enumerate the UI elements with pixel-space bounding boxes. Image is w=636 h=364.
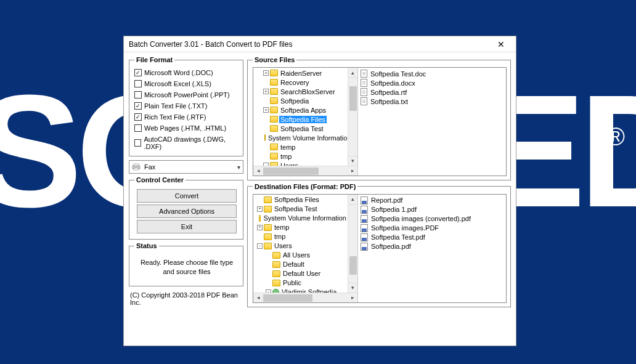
pdf-icon	[361, 196, 368, 204]
file-format-option[interactable]: Microsoft Excel (.XLS)	[134, 78, 239, 89]
exit-button[interactable]: Exit	[137, 220, 237, 233]
file-format-option[interactable]: ✓Microsoft Word (.DOC)	[134, 67, 239, 78]
scroll-left-icon[interactable]: ◂	[253, 293, 263, 302]
file-format-label: AutoCAD drawings (.DWG, .DXF)	[144, 135, 239, 150]
tree-item[interactable]: +SearchBloxServer	[253, 87, 348, 96]
scroll-right-icon[interactable]: ▸	[348, 166, 357, 176]
tree-item[interactable]: Softpedia Files	[253, 195, 348, 204]
scrollbar-vertical[interactable]: ▴ ▾	[348, 195, 357, 293]
scroll-right-icon[interactable]: ▸	[348, 293, 357, 302]
checkbox[interactable]	[134, 91, 142, 99]
destination-tree-pane[interactable]: Softpedia Files+Softpedia TestSystem Vol…	[253, 195, 358, 302]
file-item[interactable]: Softpedia Test.pdf	[361, 233, 504, 242]
file-item[interactable]: Softpedia.docx	[361, 78, 504, 87]
file-item[interactable]: Report.pdf	[361, 196, 504, 205]
scrollbar-thumb[interactable]	[263, 294, 312, 302]
file-item[interactable]: Softpedia.pdf	[361, 242, 504, 251]
collapse-icon[interactable]: -	[257, 243, 263, 249]
folder-icon	[270, 144, 278, 150]
file-name: Softpedia.txt	[370, 98, 408, 105]
expand-icon[interactable]: +	[257, 225, 263, 230]
scrollbar-horizontal[interactable]: ◂ ▸	[253, 166, 357, 176]
checkbox[interactable]: ✓	[134, 69, 142, 76]
scrollbar-thumb[interactable]	[349, 256, 357, 275]
file-format-label: Rich Text File (.RTF)	[144, 113, 206, 121]
tree-item-label: Softpedia Test	[273, 205, 319, 212]
document-icon	[361, 97, 367, 105]
checkbox[interactable]: ✓	[134, 113, 142, 121]
scroll-down-icon[interactable]: ▾	[348, 283, 357, 293]
file-format-label: Plain Text File (.TXT)	[144, 102, 208, 110]
file-format-option[interactable]: Microsoft PowerPoint (.PPT)	[134, 89, 239, 100]
file-format-option[interactable]: AutoCAD drawings (.DWG, .DXF)	[134, 134, 239, 152]
tree-item[interactable]: Recovery	[253, 78, 348, 87]
tree-item[interactable]: +Softpedia Test	[253, 204, 348, 214]
file-name: Report.pdf	[371, 196, 402, 204]
advanced-options-button[interactable]: Advanced Options	[137, 204, 237, 218]
file-item[interactable]: Softpedia.rtf	[361, 87, 504, 97]
file-item[interactable]: Softpedia.txt	[361, 97, 504, 106]
destination-file-list[interactable]: Report.pdfSoftpedia 1.pdfSoftpedia image…	[358, 195, 506, 302]
tree-item-label: All Users	[282, 251, 311, 259]
expand-icon[interactable]: +	[257, 206, 263, 212]
file-format-option[interactable]: ✓Plain Text File (.TXT)	[134, 100, 239, 111]
titlebar[interactable]: Batch Converter 3.01 - Batch Convert to …	[124, 36, 516, 52]
svg-rect-1	[134, 164, 139, 166]
checkbox[interactable]	[134, 124, 142, 132]
tree-item[interactable]: tmp	[253, 152, 348, 161]
expand-icon[interactable]: +	[263, 107, 269, 113]
source-tree-pane[interactable]: +RaidenServerRecovery+SearchBloxServerSo…	[253, 68, 358, 176]
scroll-down-icon[interactable]: ▾	[348, 156, 357, 166]
checkbox[interactable]	[134, 139, 141, 147]
scroll-up-icon[interactable]: ▴	[348, 195, 357, 204]
file-item[interactable]: Softpedia Test.doc	[361, 69, 504, 78]
scrollbar-thumb[interactable]	[349, 86, 357, 111]
file-item[interactable]: Softpedia 1.pdf	[361, 205, 504, 214]
tree-item[interactable]: System Volume Information	[253, 214, 348, 223]
close-icon[interactable]: ✕	[491, 38, 511, 51]
expand-icon[interactable]: +	[263, 89, 269, 94]
tree-item[interactable]: tmp	[253, 232, 348, 241]
tree-item[interactable]: +temp	[253, 223, 348, 232]
tree-item[interactable]: -Users	[253, 161, 348, 166]
tree-item[interactable]: Default User	[253, 269, 348, 278]
tree-item[interactable]: System Volume Information	[253, 133, 348, 142]
tree-item[interactable]: +RaidenServer	[253, 68, 348, 78]
tree-item[interactable]: temp	[253, 142, 348, 152]
printer-combo[interactable]: Fax ▾	[129, 160, 243, 174]
scroll-left-icon[interactable]: ◂	[253, 166, 263, 176]
checkbox[interactable]: ✓	[134, 102, 142, 110]
folder-icon	[270, 79, 278, 86]
scroll-up-icon[interactable]: ▴	[348, 68, 357, 78]
expand-icon[interactable]: +	[263, 70, 269, 76]
folder-icon	[270, 70, 278, 76]
convert-button[interactable]: Convert	[137, 189, 237, 203]
copyright-text: (C) Copyright 2003-2018 PDF Bean Inc.	[129, 289, 243, 307]
status-legend: Status	[134, 242, 159, 249]
source-file-list[interactable]: Softpedia Test.docSoftpedia.docxSoftpedi…	[358, 68, 506, 176]
scrollbar-thumb[interactable]	[263, 168, 319, 175]
file-format-option[interactable]: Web Pages (.HTM, .HTML)	[134, 123, 239, 134]
tree-item[interactable]: Public	[253, 278, 348, 288]
destination-files-group: Destination Files (Format: PDF) Softpedi…	[247, 183, 511, 307]
file-format-option[interactable]: ✓Rich Text File (.RTF)	[134, 111, 239, 123]
tree-item[interactable]: Softpedia Test	[253, 124, 348, 133]
folder-icon	[264, 206, 272, 212]
checkbox[interactable]	[134, 80, 142, 87]
tree-item[interactable]: -Vladimir Softpedia	[253, 288, 348, 293]
tree-item-label: tmp	[273, 233, 287, 240]
tree-item[interactable]: +Softpedia Apps	[253, 105, 348, 115]
tree-item-label: Softpedia Apps	[279, 107, 327, 114]
scrollbar-vertical[interactable]: ▴ ▾	[348, 68, 357, 166]
file-format-label: Microsoft Word (.DOC)	[144, 69, 213, 76]
tree-item[interactable]: Softpedia Files	[253, 115, 348, 124]
tree-item[interactable]: Default	[253, 260, 348, 269]
tree-item-label: Users	[273, 242, 293, 249]
printer-icon	[132, 163, 141, 171]
tree-item[interactable]: Softpedia	[253, 96, 348, 105]
scrollbar-horizontal[interactable]: ◂ ▸	[253, 293, 357, 302]
tree-item[interactable]: -Users	[253, 241, 348, 251]
file-item[interactable]: Softpedia images (converted).pdf	[361, 214, 504, 224]
tree-item[interactable]: All Users	[253, 251, 348, 260]
file-item[interactable]: Softpedia images.PDF	[361, 224, 504, 233]
